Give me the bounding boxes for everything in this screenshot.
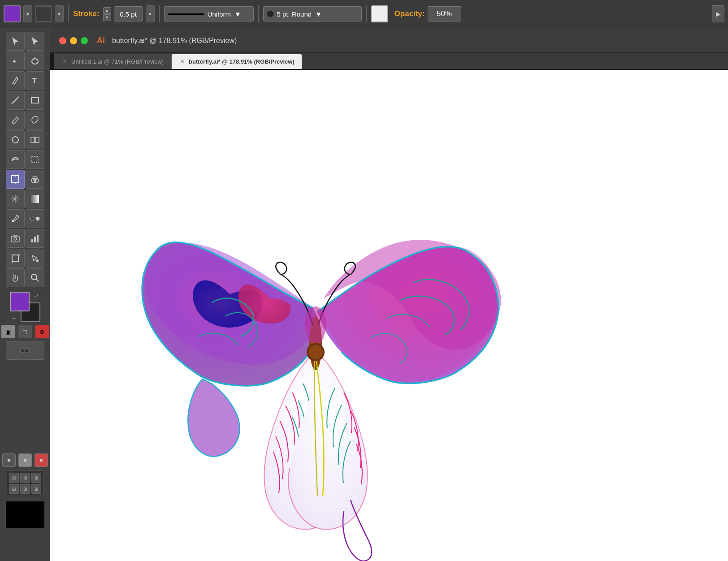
stroke-style-arrow: ▼ [234,10,241,18]
stroke-mode-button[interactable]: ◻ [18,325,32,338]
stroke-unit-arrow[interactable]: ▼ [146,5,155,22]
tab-bar: ✕ Untitled-1.ai @ 71% (RGB/Preview) ✕ bu… [54,53,728,70]
gradient-tool[interactable] [26,190,44,208]
minimize-window-button[interactable] [70,37,77,44]
blob-brush-tool[interactable] [26,111,44,129]
svg-text:✦: ✦ [12,58,17,65]
stroke-spinner[interactable]: ▲ ▼ [103,7,111,21]
stroke-style-dropdown[interactable]: Uniform ▼ [164,6,254,22]
tool-row-crop [6,249,44,268]
hand-tool[interactable] [6,268,25,287]
svg-line-31 [36,279,39,281]
tab-untitled[interactable]: ✕ Untitled-1.ai @ 71% (RGB/Preview) [54,54,171,69]
reset-colors-icon[interactable]: ↩ [10,314,18,322]
view-buttons: ⊞ ⊞ ⊞ ⊞ ⊞ ⊞ [7,470,43,496]
svg-point-19 [30,217,34,220]
brush-style-dropdown[interactable]: 5 pt. Round ▼ [263,6,362,22]
pencil-tool[interactable] [6,111,25,129]
tab-butterfly[interactable]: ✕ butterfly.ai* @ 178.91% (RGB/Preview) [171,54,302,69]
tab-close-butterfly[interactable]: ✕ [179,59,185,65]
svg-rect-24 [34,237,36,242]
stroke-fill-row: ▣ ◻ ⊘ [1,325,49,338]
rectangle-tool[interactable] [26,91,44,110]
artboard-tool[interactable] [6,170,25,189]
paint-bucket-tool[interactable] [26,249,44,268]
swap-colors-icon[interactable]: ⇄ [32,292,40,300]
opacity-swatch [371,5,388,22]
close-window-button[interactable] [59,37,66,44]
shape-builder-tool[interactable] [26,170,44,189]
free-transform-tool[interactable] [26,150,44,169]
svg-text:T: T [32,77,37,85]
tab-label-untitled: Untitled-1.ai @ 71% (RGB/Preview) [71,58,164,65]
view-btn-6[interactable]: ⊞ [31,484,41,494]
fill-swatch[interactable] [4,5,21,22]
direct-select-tool[interactable] [26,32,44,51]
layers-panel-button[interactable] [6,341,44,360]
stroke-label: Stroke: [73,9,100,18]
bottom-bar: ■ ■ ■ ⊞ ⊞ ⊞ ⊞ ⊞ ⊞ [0,450,50,557]
fg-bg-colors: ⇄ ↩ [10,292,40,322]
fill-mode-button[interactable]: ▣ [1,325,15,338]
pen-tool[interactable] [6,71,25,90]
red-mode-button[interactable]: ■ [35,453,48,467]
zoom-tool[interactable] [26,268,44,287]
eyedropper-tool[interactable] [6,209,25,228]
svg-rect-26 [12,255,18,261]
tool-row-hand [6,268,44,287]
stroke-value-input[interactable] [114,6,143,22]
blend-tool[interactable] [26,209,44,228]
magic-wand-tool[interactable]: ✦ [6,52,25,70]
svg-rect-23 [31,239,33,242]
foreground-color-swatch[interactable] [10,292,30,311]
body-wing-junction [305,306,326,343]
stroke-down[interactable]: ▼ [103,14,111,21]
canvas-white [50,70,728,561]
fill-arrow[interactable]: ▼ [23,5,32,22]
line-tool[interactable] [6,91,25,110]
svg-point-20 [36,217,39,220]
svg-rect-9 [35,137,39,142]
canvas-area [50,70,728,561]
svg-rect-33 [21,349,24,352]
svg-rect-34 [25,349,28,352]
divider-1 [68,5,69,22]
svg-rect-11 [12,176,19,183]
grayscale-mode-button[interactable]: ■ [18,453,32,467]
type-tool[interactable]: T [26,71,44,90]
color-mode-button[interactable]: ■ [2,453,16,467]
tool-row-transform [6,130,44,149]
stroke-up[interactable]: ▲ [103,7,111,14]
chart-tool[interactable] [26,229,44,248]
lasso-tool[interactable] [26,52,44,70]
stroke-arrow[interactable]: ▼ [55,5,64,22]
stroke-style-label: Uniform [208,10,231,18]
tool-row-draw [6,111,44,129]
butterfly-container [77,124,548,561]
tab-close-untitled[interactable]: ✕ [61,59,68,65]
tool-row-wand: ✦ [6,52,44,70]
view-btn-2[interactable]: ⊞ [20,473,30,483]
select-tool[interactable] [6,32,25,51]
warp-tool[interactable] [6,150,25,169]
tool-row-pen: T [6,71,44,90]
none-mode-button[interactable]: ⊘ [35,325,49,338]
crop-tool[interactable] [6,249,25,268]
view-btn-4[interactable]: ⊞ [9,484,19,494]
stroke-box[interactable] [35,5,52,22]
camera-tool[interactable] [6,229,25,248]
color-mode-row: ■ ■ ■ [2,453,48,467]
color-section: ⇄ ↩ ▣ ◻ ⊘ [1,292,49,360]
view-btn-3[interactable]: ⊞ [31,473,41,483]
reflect-tool[interactable] [26,130,44,149]
svg-rect-17 [31,195,39,203]
rotate-tool[interactable] [6,130,25,149]
play-button[interactable]: ▶ [712,5,724,22]
maximize-window-button[interactable] [81,37,88,44]
divider-2 [159,5,160,22]
opacity-input[interactable] [428,6,461,22]
window-title: butterfly.ai* @ 178.91% (RGB/Preview) [112,37,237,45]
view-btn-5[interactable]: ⊞ [20,484,30,494]
view-btn-1[interactable]: ⊞ [9,473,19,483]
mesh-tool[interactable] [6,190,25,208]
